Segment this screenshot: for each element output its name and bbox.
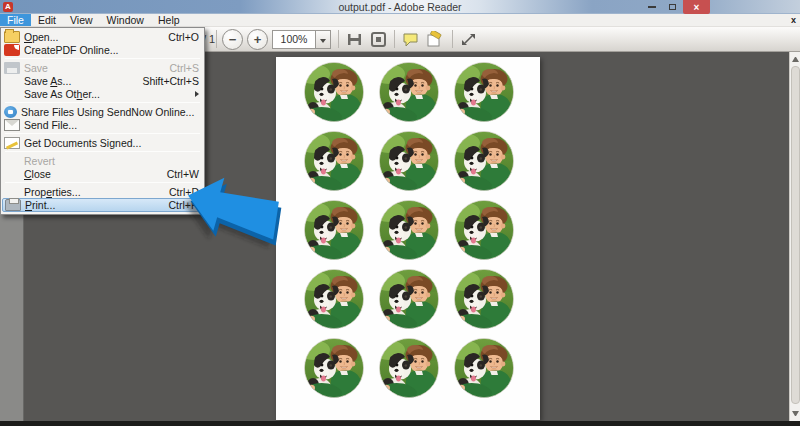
menu-item-label: Revert [24, 155, 199, 167]
restore-icon [669, 4, 676, 10]
zoom-level-input[interactable]: 100% [272, 30, 316, 49]
submenu-arrow-icon [195, 91, 199, 97]
menu-item-open[interactable]: Open...Ctrl+O [2, 30, 203, 43]
menu-item-createpdf-online[interactable]: CreatePDF Online... [2, 43, 203, 56]
menu-item-properties[interactable]: Properties...Ctrl+D [2, 185, 203, 198]
photo-badge [454, 62, 514, 122]
menu-separator [5, 102, 200, 103]
pdf-page [276, 57, 540, 420]
scroll-down-icon[interactable] [792, 411, 799, 416]
menubar-close-icon[interactable]: x [791, 15, 796, 26]
photo-badge [304, 200, 364, 260]
scrollbar-thumb[interactable] [791, 66, 800, 404]
expand-arrows-icon[interactable] [460, 31, 477, 48]
close-icon: × [694, 2, 700, 13]
menu-separator [5, 182, 200, 183]
menu-item-save-as-other[interactable]: Save As Other... [2, 87, 203, 100]
fit-page-icon[interactable] [370, 31, 387, 48]
chevron-down-icon [320, 39, 326, 43]
title-bar: A output.pdf - Adobe Reader × [0, 0, 800, 14]
menu-separator [5, 133, 200, 134]
menu-item-save: SaveCtrl+S [2, 61, 203, 74]
photo-badge [304, 269, 364, 329]
highlight-sign-icon[interactable] [426, 31, 443, 48]
menu-item-save-as[interactable]: Save As...Shift+Ctrl+S [2, 74, 203, 87]
menu-item-label: Open... [24, 31, 160, 43]
photo-badge [454, 131, 514, 191]
file-menu-dropdown: Open...Ctrl+OCreatePDF Online...SaveCtrl… [0, 27, 205, 215]
adobe-reader-window: A output.pdf - Adobe Reader × FileEditVi… [0, 0, 800, 426]
menu-item-label: Get Documents Signed... [24, 137, 199, 149]
photo-badge [454, 269, 514, 329]
menu-item-label: Send File... [24, 119, 199, 131]
close-button[interactable]: × [683, 0, 710, 14]
photo-badge [379, 200, 439, 260]
sendnow-icon [4, 106, 17, 118]
menu-separator [5, 151, 200, 152]
menu-item-close[interactable]: CloseCtrl+W [2, 167, 203, 180]
minimize-button[interactable] [641, 0, 662, 14]
send-file-icon [4, 119, 20, 131]
menu-item-label: Print... [25, 199, 161, 211]
menu-shortcut: Shift+Ctrl+S [142, 75, 199, 87]
zoom-dropdown-button[interactable] [316, 30, 331, 49]
photo-badge [379, 269, 439, 329]
print-icon [5, 199, 21, 211]
menubar-item-file[interactable]: File [0, 14, 31, 26]
open-folder-icon [4, 31, 20, 43]
menu-item-label: Close [24, 168, 159, 180]
menu-item-label: Properties... [24, 186, 161, 198]
photo-badge [379, 131, 439, 191]
photo-badge [304, 131, 364, 191]
photo-badge [454, 338, 514, 398]
callout-arrow-icon [178, 156, 308, 251]
photo-badge [379, 338, 439, 398]
menu-item-get-documents-signed[interactable]: Get Documents Signed... [2, 136, 203, 149]
menu-item-share-files-using-sendnow-online[interactable]: Share Files Using SendNow Online... [2, 105, 203, 118]
menu-bar: FileEditViewWindowHelp [0, 14, 800, 27]
menu-item-revert: Revert [2, 154, 203, 167]
menu-shortcut: Ctrl+O [168, 31, 199, 43]
photo-badge [304, 62, 364, 122]
menu-item-label: CreatePDF Online... [24, 44, 199, 56]
save-icon [4, 62, 20, 74]
menubar-item-edit[interactable]: Edit [31, 14, 63, 26]
createpdf-icon [4, 44, 20, 56]
minimize-icon [648, 6, 656, 8]
menu-item-send-file[interactable]: Send File... [2, 118, 203, 131]
menu-shortcut: Ctrl+S [170, 62, 199, 74]
zoom-in-button[interactable]: + [247, 29, 268, 50]
menu-item-label: Save As Other... [24, 88, 187, 100]
photo-badge [379, 62, 439, 122]
window-controls: × [641, 0, 710, 14]
scroll-up-icon[interactable] [792, 57, 799, 62]
menu-separator [5, 58, 200, 59]
menubar-item-help[interactable]: Help [151, 14, 187, 26]
bottom-edge-strip [0, 421, 800, 426]
menu-item-print[interactable]: Print...Ctrl+P [2, 198, 203, 212]
zoom-out-button[interactable]: − [222, 29, 243, 50]
menubar-item-view[interactable]: View [63, 14, 100, 26]
comment-balloon-icon[interactable] [402, 31, 419, 48]
menu-item-label: Save [24, 62, 162, 74]
menubar-item-window[interactable]: Window [100, 14, 151, 26]
photo-badge [454, 200, 514, 260]
sign-doc-icon [4, 137, 20, 149]
menu-item-label: Save As... [24, 75, 134, 87]
photo-badge [304, 338, 364, 398]
fit-width-icon[interactable] [346, 31, 363, 48]
menu-item-label: Share Files Using SendNow Online... [21, 106, 199, 118]
restore-button[interactable] [662, 0, 683, 14]
vertical-scrollbar[interactable] [789, 52, 800, 421]
